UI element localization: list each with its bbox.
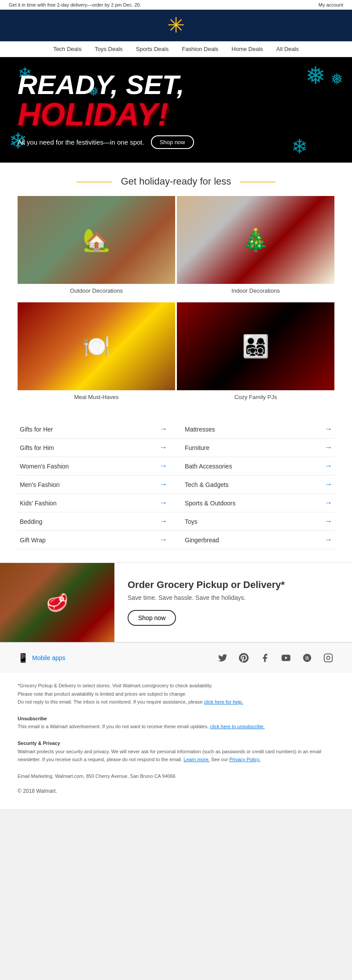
meal-must-haves-label: Meal Must-Haves — [18, 390, 175, 407]
learn-more-link[interactable]: Learn more. — [183, 757, 209, 762]
nav-fashion-deals[interactable]: Fashion Deals — [182, 46, 218, 52]
unsubscribe-text-content: This email is a Walmart advertisement. I… — [18, 724, 209, 729]
nav-all-deals[interactable]: All Deals — [276, 46, 299, 52]
mobile-icon: 📱 — [18, 653, 29, 663]
navigation: Tech Deals Toys Deals Sports Deals Fashi… — [0, 41, 352, 57]
privacy-policy-link[interactable]: Privacy Policy. — [229, 757, 260, 762]
hero-shop-button[interactable]: Shop now — [151, 135, 194, 149]
product-card-outdoor[interactable]: 🏡 Outdoor Decorations — [18, 196, 175, 301]
outdoor-decorations-label: Outdoor Decorations — [18, 284, 175, 301]
link-womens-fashion[interactable]: Women's Fashion → — [18, 457, 176, 475]
link-mens-fashion[interactable]: Men's Fashion → — [18, 475, 176, 494]
grocery-banner: 🥩 Order Grocery Pickup or Delivery* Save… — [0, 563, 352, 642]
arrow-icon: → — [324, 480, 332, 489]
link-womens-fashion-text: Women's Fashion — [20, 463, 69, 470]
arrow-icon: → — [159, 480, 167, 489]
arrow-icon: → — [159, 425, 167, 434]
link-sports-outdoors-text: Sports & Outdoors — [185, 500, 235, 507]
footer-top: 📱 Mobile apps — [0, 642, 352, 673]
link-bedding[interactable]: Bedding → — [18, 512, 176, 531]
hero-content: READY, SET, HOLIDAY! All you need for th… — [18, 71, 194, 149]
grocery-shop-button[interactable]: Shop now — [128, 610, 176, 626]
arrow-icon: → — [324, 517, 332, 526]
my-account-link[interactable]: My account — [319, 2, 343, 7]
link-tech-gadgets[interactable]: Tech & Gadgets → — [176, 475, 334, 494]
link-sports-outdoors[interactable]: Sports & Outdoors → — [176, 494, 334, 512]
product-grid: 🏡 Outdoor Decorations 🎄 Indoor Decoratio… — [0, 196, 352, 416]
legal-text-3-content: Do not reply to this email. The inbox is… — [18, 699, 202, 704]
cozy-family-pjs-label: Cozy Family PJs — [177, 390, 334, 407]
grocery-subtitle: Save time. Save hassle. Save the holiday… — [128, 594, 285, 601]
product-card-pjs[interactable]: 👨‍👩‍👧‍👦 Cozy Family PJs — [177, 302, 334, 407]
main-content: Get holiday-ready for less 🏡 Outdoor Dec… — [0, 163, 352, 642]
product-card-indoor[interactable]: 🎄 Indoor Decorations — [177, 196, 334, 301]
link-gifts-for-him-text: Gifts for Him — [20, 444, 54, 451]
link-gift-wrap[interactable]: Gift Wrap → — [18, 531, 176, 549]
link-toys[interactable]: Toys → — [176, 512, 334, 531]
hero-subtitle-text: All you need for the festivities—in one … — [18, 138, 144, 146]
hero-title-ready: READY, SET, — [18, 71, 194, 98]
nav-toys-deals[interactable]: Toys Deals — [95, 46, 123, 52]
arrow-icon: → — [159, 535, 167, 544]
meal-must-haves-image: 🍽️ — [18, 302, 175, 390]
link-gingerbread-text: Gingerbread — [185, 537, 219, 544]
link-mattresses[interactable]: Mattresses → — [176, 420, 334, 439]
click-here-for-help-link[interactable]: click here for help. — [204, 699, 243, 704]
indoor-decorations-image: 🎄 — [177, 196, 334, 284]
link-bath-accessories[interactable]: Bath Accessories → — [176, 457, 334, 475]
link-kids-fashion-text: Kids' Fashion — [20, 500, 57, 507]
delivery-notice: Get it in time with free 2-day delivery—… — [9, 2, 141, 7]
grocery-image: 🥩 — [0, 563, 114, 642]
link-kids-fashion[interactable]: Kids' Fashion → — [18, 494, 176, 512]
legal-text-1: *Grocery Pickup & Delivery in select sto… — [18, 682, 334, 690]
unsubscribe-label: Unsubscribe — [18, 715, 334, 723]
link-toys-text: Toys — [185, 518, 198, 525]
grocery-content: Order Grocery Pickup or Delivery* Save t… — [114, 563, 298, 642]
snowflake-icon: ❅ — [330, 70, 343, 88]
security-label: Security & Privacy — [18, 739, 334, 748]
grocery-title: Order Grocery Pickup or Delivery* — [128, 579, 285, 591]
product-card-meal[interactable]: 🍽️ Meal Must-Haves — [18, 302, 175, 407]
nav-home-deals[interactable]: Home Deals — [231, 46, 263, 52]
top-bar: Get it in time with free 2-day delivery—… — [0, 0, 352, 10]
pinterest-icon[interactable] — [238, 652, 250, 664]
outdoor-decorations-image: 🏡 — [18, 196, 175, 284]
arrow-icon: → — [324, 461, 332, 471]
footer-legal: *Grocery Pickup & Delivery in select sto… — [0, 673, 352, 809]
nav-sports-deals[interactable]: Sports Deals — [136, 46, 169, 52]
social-icons — [216, 652, 334, 664]
link-gifts-for-him[interactable]: Gifts for Him → — [18, 439, 176, 457]
section-heading-text: Get holiday-ready for less — [121, 176, 231, 187]
facebook-icon[interactable] — [259, 652, 271, 664]
link-tech-gadgets-text: Tech & Gadgets — [185, 481, 229, 488]
mobile-apps-link[interactable]: 📱 Mobile apps — [18, 653, 66, 663]
copyright-text: © 2018 Walmart. — [18, 787, 334, 795]
unsubscribe-link[interactable]: click here to unsubscribe. — [210, 724, 264, 729]
links-section: Gifts for Her → Mattresses → Gifts for H… — [0, 416, 352, 558]
link-mattresses-text: Mattresses — [185, 426, 215, 433]
arrow-icon: → — [159, 461, 167, 471]
cozy-family-pjs-image: 👨‍👩‍👧‍👦 — [177, 302, 334, 390]
legal-text-3: Do not reply to this email. The inbox is… — [18, 698, 334, 706]
nav-tech-deals[interactable]: Tech Deals — [53, 46, 81, 52]
instagram-icon[interactable] — [322, 652, 334, 664]
section-heading: Get holiday-ready for less — [0, 163, 352, 196]
arrow-icon: → — [159, 443, 167, 452]
link-gift-wrap-text: Gift Wrap — [20, 537, 46, 544]
arrow-icon: → — [159, 517, 167, 526]
link-furniture-text: Furniture — [185, 444, 209, 451]
indoor-decorations-label: Indoor Decorations — [177, 284, 334, 301]
link-furniture[interactable]: Furniture → — [176, 439, 334, 457]
link-gingerbread[interactable]: Gingerbread → — [176, 531, 334, 549]
twitter-icon[interactable] — [216, 652, 229, 664]
link-gifts-for-her-text: Gifts for Her — [20, 426, 53, 433]
legal-text-2: Please note that product availability is… — [18, 690, 334, 698]
mobile-apps-label: Mobile apps — [32, 654, 66, 661]
youtube-icon[interactable] — [280, 652, 292, 664]
hero-title-holiday: HOLIDAY! — [18, 98, 194, 130]
link-bedding-text: Bedding — [20, 518, 42, 525]
link-gifts-for-her[interactable]: Gifts for Her → — [18, 420, 176, 439]
walmart-logo[interactable]: ✳ — [167, 15, 185, 36]
header: ✳ — [0, 10, 352, 41]
google-plus-icon[interactable] — [301, 652, 313, 664]
